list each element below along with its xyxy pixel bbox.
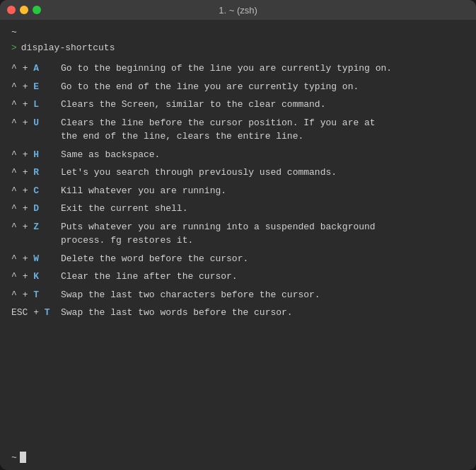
bottom-tilde: ~ xyxy=(11,451,17,465)
shortcut-desc-u: Clears the line before the cursor positi… xyxy=(61,116,465,144)
shortcut-row-d: ^ + D Exit the current shell. xyxy=(11,202,465,216)
shortcut-desc-t: Swap the last two characters before the … xyxy=(61,288,465,302)
shortcut-row-z: ^ + Z Puts whatever you are running into… xyxy=(11,220,465,248)
shortcut-key-w: ^ + W xyxy=(11,252,61,266)
shortcut-key-l: ^ + L xyxy=(11,98,61,112)
terminal-window: 1. ~ (zsh) ~ > display-shortcuts ^ + A G… xyxy=(0,0,476,470)
shortcut-desc-k: Clear the line after the cursor. xyxy=(61,270,465,284)
shortcut-desc-a: Go to the beginning of the line you are … xyxy=(61,62,465,76)
title-bar: 1. ~ (zsh) xyxy=(0,0,476,20)
shortcut-desc-l: Clears the Screen, similar to the clear … xyxy=(61,98,465,112)
shortcut-desc-w: Delete the word before the cursor. xyxy=(61,252,465,266)
bottom-prompt: ~ xyxy=(11,451,465,465)
shortcut-row-l: ^ + L Clears the Screen, similar to the … xyxy=(11,98,465,112)
shortcut-key-k: ^ + K xyxy=(11,270,61,284)
shortcut-row-u: ^ + U Clears the line before the cursor … xyxy=(11,116,465,144)
shortcut-row-k: ^ + K Clear the line after the cursor. xyxy=(11,270,465,284)
shortcut-key-e: ^ + E xyxy=(11,80,61,94)
shortcut-key-t: ^ + T xyxy=(11,288,61,302)
shortcut-key-c: ^ + C xyxy=(11,184,61,198)
shortcuts-table: ^ + A Go to the beginning of the line yo… xyxy=(11,62,465,445)
minimize-button[interactable] xyxy=(20,6,28,14)
terminal-body[interactable]: ~ > display-shortcuts ^ + A Go to the be… xyxy=(0,20,476,470)
shortcut-key-u: ^ + U xyxy=(11,116,61,144)
shortcut-row-r: ^ + R Let's you search through previousl… xyxy=(11,166,465,180)
shortcut-desc-c: Kill whatever you are running. xyxy=(61,184,465,198)
shortcut-key-esc-t: ESC + T xyxy=(11,306,61,320)
shortcut-desc-esc-t: Swap the last two words before the curso… xyxy=(61,306,465,320)
close-button[interactable] xyxy=(7,6,16,14)
shortcut-key-z: ^ + Z xyxy=(11,220,61,248)
shortcut-row-a: ^ + A Go to the beginning of the line yo… xyxy=(11,62,465,76)
shortcut-row-esc-t: ESC + T Swap the last two words before t… xyxy=(11,306,465,320)
prompt-line: > display-shortcuts xyxy=(11,41,465,55)
maximize-button[interactable] xyxy=(33,6,41,14)
shortcut-row-e: ^ + E Go to the end of the line you are … xyxy=(11,80,465,94)
traffic-lights xyxy=(7,6,41,14)
shortcut-key-a: ^ + A xyxy=(11,62,61,76)
prompt-arrow: > xyxy=(11,41,17,55)
cursor-block xyxy=(20,452,26,463)
shortcut-row-w: ^ + W Delete the word before the cursor. xyxy=(11,252,465,266)
shortcut-row-t: ^ + T Swap the last two characters befor… xyxy=(11,288,465,302)
command-name: display-shortcuts xyxy=(21,41,115,55)
shortcut-key-h: ^ + H xyxy=(11,148,61,162)
shortcut-desc-e: Go to the end of the line you are curren… xyxy=(61,80,465,94)
shortcut-key-r: ^ + R xyxy=(11,166,61,180)
shortcut-desc-h: Same as backspace. xyxy=(61,148,465,162)
shortcut-desc-z: Puts whatever you are running into a sus… xyxy=(61,220,465,248)
window-title: 1. ~ (zsh) xyxy=(219,5,257,16)
shortcut-row-h: ^ + H Same as backspace. xyxy=(11,148,465,162)
shortcut-desc-r: Let's you search through previously used… xyxy=(61,166,465,180)
shortcut-desc-d: Exit the current shell. xyxy=(61,202,465,216)
shortcut-key-d: ^ + D xyxy=(11,202,61,216)
shortcut-row-c: ^ + C Kill whatever you are running. xyxy=(11,184,465,198)
tilde-line: ~ xyxy=(11,25,465,40)
